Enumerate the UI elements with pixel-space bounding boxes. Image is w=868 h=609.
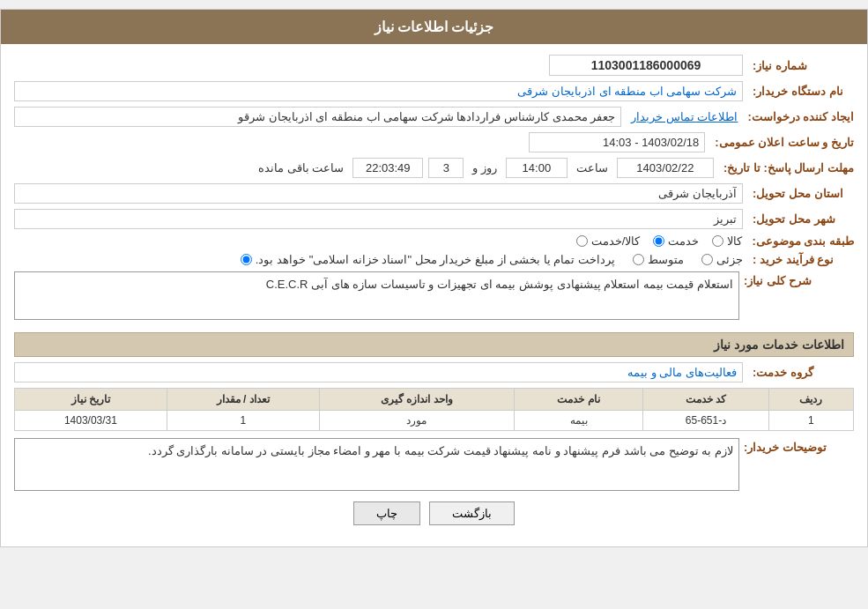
description-content: استعلام قیمت بیمه استعلام پیشنهادی پوشش … (14, 271, 739, 323)
creator-row: ایجاد کننده درخواست: اطلاعات تماس خریدار… (14, 107, 854, 127)
description-row: شرح کلی نیاز: استعلام قیمت بیمه استعلام … (14, 271, 854, 323)
deadline-day-label: روز و (469, 161, 501, 175)
button-row: بازگشت چاپ (14, 501, 854, 525)
purchase-type-row: نوع فرآیند خرید : پرداخت تمام یا بخشی از… (14, 253, 854, 266)
deadline-datetime: 1403/02/22 ساعت 14:00 روز و 3 22:03:49 س… (14, 158, 714, 178)
col-code: کد خدمت (643, 389, 768, 411)
category-radio-group: کالا/خدمت خدمت کالا (576, 234, 743, 248)
purchase-type-content: پرداخت تمام یا بخشی از مبلغ خریدار محل "… (14, 253, 743, 266)
purchase-radio-jozei[interactable] (701, 254, 713, 265)
province-label: استان محل تحویل: (748, 187, 854, 200)
col-quantity: تعداد / مقدار (167, 389, 319, 411)
city-value: تبریز (14, 209, 743, 229)
table-header-row: ردیف کد خدمت نام خدمت واحد اندازه گیری ت… (15, 389, 854, 411)
cell-code: د-651-65 (643, 411, 768, 431)
cell-unit: مورد (319, 411, 514, 431)
purchase-option-other: پرداخت تمام یا بخشی از مبلغ خریدار محل "… (241, 253, 615, 266)
need-number-value: 1103001186000069 (549, 55, 743, 76)
category-option-kala: کالا (712, 234, 742, 248)
cell-name: بیمه (514, 411, 643, 431)
deadline-remaining-label: ساعت باقی مانده (255, 161, 347, 175)
col-unit: واحد اندازه گیری (319, 389, 514, 411)
cell-quantity: 1 (167, 411, 319, 431)
col-date: تاریخ نیاز (15, 389, 167, 411)
services-table: ردیف کد خدمت نام خدمت واحد اندازه گیری ت… (14, 388, 854, 431)
page-header: جزئیات اطلاعات نیاز (1, 10, 867, 44)
cell-row: 1 (768, 411, 853, 431)
announce-label: تاریخ و ساعت اعلان عمومی: (710, 136, 854, 149)
buyer-notes-label: توضیحات خریدار: (739, 438, 854, 454)
purchase-radio-other[interactable] (241, 254, 252, 265)
deadline-label: مهلت ارسال پاسخ: تا تاریخ: (719, 161, 854, 175)
table-body: 1د-651-65بیمهمورد11403/03/31 (15, 411, 854, 431)
deadline-time-label: ساعت (573, 161, 612, 175)
table-header: ردیف کد خدمت نام خدمت واحد اندازه گیری ت… (15, 389, 854, 411)
client-value: شرکت سهامی اب منطقه ای اذربایجان شرقی (14, 81, 743, 101)
page-wrapper: جزئیات اطلاعات نیاز شماره نیاز: 11030011… (0, 9, 868, 547)
purchase-radio-motavaset[interactable] (633, 254, 644, 265)
description-value: استعلام قیمت بیمه استعلام پیشنهادی پوشش … (14, 271, 739, 320)
announce-row: تاریخ و ساعت اعلان عمومی: 1403/02/18 - 1… (14, 132, 854, 152)
category-both-label: کالا/خدمت (591, 234, 641, 248)
buyer-notes-content: لازم به توضیح می باشد فرم پیشنهاد و نامه… (14, 438, 739, 491)
service-group-label: گروه خدمت: (748, 366, 854, 379)
description-watermark-area: استعلام قیمت بیمه استعلام پیشنهادی پوشش … (14, 271, 739, 320)
category-option-both: کالا/خدمت (576, 234, 641, 248)
buyer-notes-row: توضیحات خریدار: لازم به توضیح می باشد فر… (14, 438, 854, 491)
purchase-motavaset-label: متوسط (648, 253, 684, 266)
creator-label: ایجاد کننده درخواست: (743, 110, 854, 123)
city-label: شهر محل تحویل: (748, 212, 854, 226)
category-kala-label: کالا (727, 234, 742, 248)
purchase-other-label: پرداخت تمام یا بخشی از مبلغ خریدار محل "… (256, 253, 615, 266)
deadline-time: 14:00 (506, 158, 568, 178)
deadline-row: مهلت ارسال پاسخ: تا تاریخ: 1403/02/22 سا… (14, 158, 854, 178)
category-radio-kala[interactable] (712, 235, 723, 247)
service-group-value: فعالیت‌های مالی و بیمه (14, 362, 743, 382)
col-row: ردیف (768, 389, 853, 411)
category-radio-both[interactable] (576, 235, 588, 247)
back-button[interactable]: بازگشت (429, 501, 515, 525)
category-row: طبقه بندی موضوعی: کالا/خدمت خدمت کالا (14, 234, 854, 248)
client-row: نام دستگاه خریدار: شرکت سهامی اب منطقه ا… (14, 81, 854, 101)
category-radio-khedmat[interactable] (653, 235, 664, 247)
province-row: استان محل تحویل: آذربایجان شرقی (14, 183, 854, 204)
purchase-type-label: نوع فرآیند خرید : (748, 253, 854, 266)
print-button[interactable]: چاپ (353, 501, 420, 525)
purchase-radio-group: پرداخت تمام یا بخشی از مبلغ خریدار محل "… (14, 253, 743, 266)
deadline-date: 1403/02/22 (617, 158, 714, 178)
service-group-row: گروه خدمت: فعالیت‌های مالی و بیمه (14, 362, 854, 382)
purchase-option-jozei: جزئی (701, 253, 743, 266)
province-value: آذربایجان شرقی (14, 183, 743, 204)
cell-date: 1403/03/31 (15, 411, 167, 431)
city-row: شهر محل تحویل: تبریز (14, 209, 854, 229)
category-option-khedmat: خدمت (653, 234, 699, 248)
table-row: 1د-651-65بیمهمورد11403/03/31 (15, 411, 854, 431)
content-area: شماره نیاز: 1103001186000069 نام دستگاه … (1, 44, 867, 546)
description-label: شرح کلی نیاز: (739, 271, 854, 287)
deadline-remaining: 22:03:49 (352, 158, 423, 178)
client-label: نام دستگاه خریدار: (748, 85, 854, 98)
need-number-row: شماره نیاز: 1103001186000069 (14, 55, 854, 76)
announce-value: 1403/02/18 - 14:03 (529, 132, 705, 152)
buyer-notes-value: لازم به توضیح می باشد فرم پیشنهاد و نامه… (14, 438, 739, 491)
services-section-title: اطلاعات خدمات مورد نیاز (14, 332, 854, 357)
creator-value: جعفر محمدی کارشناس فراردادها شرکت سهامی … (14, 107, 621, 127)
col-name: نام خدمت (514, 389, 643, 411)
purchase-option-motavaset: متوسط (633, 253, 684, 266)
category-label: طبقه بندی موضوعی: (747, 234, 854, 248)
deadline-days: 3 (428, 158, 464, 178)
need-number-label: شماره نیاز: (748, 59, 854, 72)
purchase-jozei-label: جزئی (716, 253, 743, 266)
creator-link[interactable]: اطلاعات تماس خریدار (631, 110, 738, 123)
category-khedmat-label: خدمت (668, 234, 699, 248)
page-title: جزئیات اطلاعات نیاز (375, 19, 494, 34)
